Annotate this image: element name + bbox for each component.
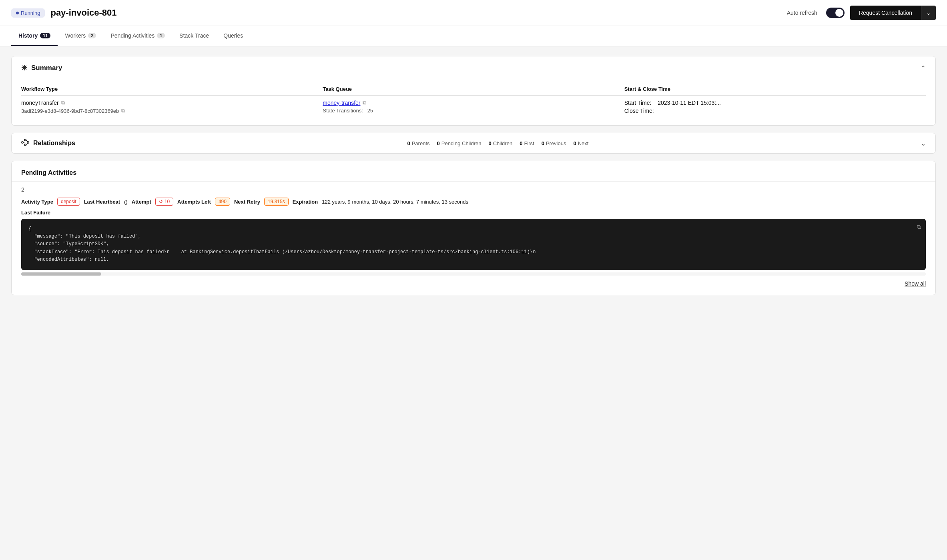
last-failure-label: Last Failure <box>21 210 926 216</box>
tab-history-label: History <box>18 32 38 39</box>
tab-stack-trace[interactable]: Stack Trace <box>172 26 216 46</box>
relationships-icon <box>21 139 29 148</box>
workflow-type-label: Workflow Type <box>21 86 323 96</box>
tab-pending-activities-label: Pending Activities <box>110 32 154 39</box>
toggle-knob <box>835 9 843 17</box>
tab-workers-badge: 2 <box>88 33 96 38</box>
rel-pending-children: 0 Pending Children <box>437 140 482 146</box>
activity-type-value: deposit <box>57 198 80 206</box>
rel-parents: 0 Parents <box>407 140 429 146</box>
relationships-counts: 0 Parents 0 Pending Children 0 Children … <box>407 140 588 146</box>
activity-row: Activity Type deposit Last Heartbeat () … <box>21 198 926 206</box>
rel-next-num: 0 <box>573 140 576 146</box>
relationships-card: Relationships 0 Parents 0 Pending Childr… <box>11 133 936 154</box>
workflow-type-text: moneyTransfer <box>21 100 59 106</box>
workflow-id-row: 3adf2199-e3d8-4936-9bd7-8c87302369eb ⧉ <box>21 108 323 114</box>
status-dot <box>16 12 19 14</box>
last-heartbeat-label: Last Heartbeat <box>84 199 120 205</box>
rel-parents-num: 0 <box>407 140 410 146</box>
svg-rect-0 <box>22 142 23 143</box>
main-content: ✳ Summary ⌃ Workflow Type moneyTransfer … <box>0 46 947 305</box>
attempt-value: ↺ 10 <box>155 198 173 206</box>
rel-children-num: 0 <box>488 140 491 146</box>
rel-parents-label: Parents <box>412 140 430 146</box>
task-queue-value-row: money-transfer ⧉ <box>323 100 624 106</box>
code-line-2: "source": "TypeScriptSDK", <box>28 240 919 248</box>
summary-title: ✳ Summary <box>21 64 62 72</box>
summary-card: ✳ Summary ⌃ Workflow Type moneyTransfer … <box>11 56 936 126</box>
workflow-title: pay-invoice-801 <box>50 8 781 18</box>
summary-title-text: Summary <box>31 64 62 72</box>
relationships-collapse-icon[interactable]: ⌄ <box>921 140 926 147</box>
svg-line-6 <box>26 143 28 145</box>
workflow-id-text: 3adf2199-e3d8-4936-9bd7-8c87302369eb <box>21 108 119 114</box>
copy-workflow-type-icon[interactable]: ⧉ <box>61 100 65 106</box>
code-line-0: { <box>28 225 919 233</box>
tab-stack-trace-label: Stack Trace <box>179 32 209 39</box>
tab-workers[interactable]: Workers 2 <box>58 26 103 46</box>
rel-first-num: 0 <box>520 140 522 146</box>
relationships-header[interactable]: Relationships 0 Parents 0 Pending Childr… <box>12 133 935 153</box>
attempt-value-text: 10 <box>165 199 170 204</box>
auto-refresh-toggle[interactable] <box>826 8 845 18</box>
copy-task-queue-icon[interactable]: ⧉ <box>363 100 366 106</box>
scrollbar-thumb <box>21 272 101 276</box>
failure-json-block: ⧉ { "message": "This deposit has failed"… <box>21 219 926 270</box>
expiration-label: Expiration <box>293 199 318 205</box>
summary-grid: Workflow Type moneyTransfer ⧉ 3adf2199-e… <box>21 86 926 116</box>
top-bar: Running pay-invoice-801 Auto refresh Req… <box>0 0 947 26</box>
code-line-4: "encodedAttributes": null, <box>28 256 919 264</box>
copy-failure-icon[interactable]: ⧉ <box>917 223 921 232</box>
pending-activities-header: Pending Activities <box>12 161 935 182</box>
rel-next: 0 Next <box>573 140 588 146</box>
show-all-link[interactable]: Show all <box>905 280 926 287</box>
rel-first: 0 First <box>520 140 534 146</box>
code-line-3: "stackTrace": "Error: This deposit has f… <box>28 248 919 256</box>
tab-history-badge: 11 <box>40 33 50 38</box>
pending-activities-card: Pending Activities 2 Activity Type depos… <box>11 161 936 295</box>
tab-pending-activities[interactable]: Pending Activities 1 <box>103 26 172 46</box>
rel-next-label: Next <box>578 140 589 146</box>
rel-previous-label: Previous <box>546 140 566 146</box>
attempt-label: Attempt <box>132 199 151 205</box>
task-queue-label: Task Queue <box>323 86 624 96</box>
status-badge: Running <box>11 8 45 18</box>
tab-queries[interactable]: Queries <box>216 26 250 46</box>
copy-workflow-id-icon[interactable]: ⧉ <box>121 108 125 114</box>
task-queue-link[interactable]: money-transfer <box>323 100 360 106</box>
auto-refresh-label: Auto refresh <box>787 10 817 16</box>
code-scrollbar[interactable] <box>21 272 926 276</box>
workflow-type-value: moneyTransfer ⧉ <box>21 100 323 106</box>
tab-history[interactable]: History 11 <box>11 26 58 46</box>
rel-children-label: Children <box>493 140 512 146</box>
rel-pending-children-num: 0 <box>437 140 440 146</box>
start-time-value: 2023-10-11 EDT 15:03:... <box>658 100 721 106</box>
start-time-row: Start Time: 2023-10-11 EDT 15:03:... <box>624 100 926 106</box>
request-cancel-dropdown-button[interactable]: ⌄ <box>921 6 936 20</box>
summary-workflow-col: Workflow Type moneyTransfer ⧉ 3adf2199-e… <box>21 86 323 116</box>
request-cancel-button[interactable]: Request Cancellation <box>850 6 921 20</box>
last-heartbeat-value: () <box>124 199 128 205</box>
request-cancel-group: Request Cancellation ⌄ <box>850 6 936 20</box>
start-close-label: Start & Close Time <box>624 86 926 96</box>
state-transitions-value: 25 <box>367 108 373 114</box>
close-time-label: Close Time: <box>624 108 654 114</box>
summary-collapse-icon[interactable]: ⌃ <box>921 64 926 72</box>
attempts-left-value: 490 <box>215 198 230 206</box>
activity-type-label: Activity Type <box>21 199 53 205</box>
summary-card-header: ✳ Summary ⌃ <box>12 56 935 80</box>
state-transitions-row: State Transitions: 25 <box>323 108 624 114</box>
tabs-bar: History 11 Workers 2 Pending Activities … <box>0 26 947 46</box>
pending-activities-count: 2 <box>21 186 926 193</box>
retry-icon: ↺ <box>159 199 163 204</box>
rel-previous: 0 Previous <box>542 140 566 146</box>
summary-icon: ✳ <box>21 64 27 72</box>
summary-task-col: Task Queue money-transfer ⧉ State Transi… <box>323 86 624 116</box>
tab-workers-label: Workers <box>65 32 86 39</box>
attempts-left-label: Attempts Left <box>177 199 211 205</box>
pending-activities-body: 2 Activity Type deposit Last Heartbeat (… <box>12 182 935 295</box>
pending-activities-title: Pending Activities <box>21 169 76 176</box>
rel-pending-children-label: Pending Children <box>441 140 482 146</box>
svg-rect-1 <box>24 139 26 141</box>
rel-children: 0 Children <box>488 140 512 146</box>
